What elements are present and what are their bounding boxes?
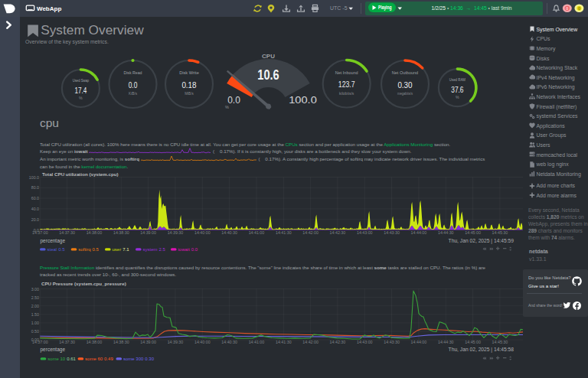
svg-text:14:37:30: 14:37:30 xyxy=(59,340,75,344)
svg-text:14:45:30: 14:45:30 xyxy=(492,230,508,235)
svg-text:14:45:00: 14:45:00 xyxy=(465,230,481,235)
svg-text:KiB/s: KiB/s xyxy=(129,91,137,96)
svg-text:14:38:00: 14:38:00 xyxy=(87,340,103,344)
svg-text:14:44:00: 14:44:00 xyxy=(411,340,427,344)
svg-text:14:41:30: 14:41:30 xyxy=(276,340,292,344)
svg-text:14:38:00: 14:38:00 xyxy=(87,230,103,235)
svg-text:14:38:30: 14:38:30 xyxy=(113,340,129,344)
svg-text:softirq0.5: softirq0.5 xyxy=(80,247,99,252)
svg-text:14:45:00: 14:45:00 xyxy=(465,340,481,344)
svg-text:14:44:30: 14:44:30 xyxy=(438,230,454,235)
svg-text:14:43:30: 14:43:30 xyxy=(384,230,400,235)
svg-text:0.0: 0.0 xyxy=(129,80,138,90)
svg-text:14:42:00: 14:42:00 xyxy=(302,340,318,344)
svg-text:steal: steal xyxy=(47,247,57,252)
svg-text:1.50: 1.50 xyxy=(31,312,39,317)
svg-text:14:43:30: 14:43:30 xyxy=(384,340,400,344)
svg-text:1.00: 1.00 xyxy=(31,321,39,325)
svg-text:14:39:30: 14:39:30 xyxy=(168,340,184,344)
svg-text:14:39:00: 14:39:00 xyxy=(140,340,156,344)
svg-text:14:37:30: 14:37:30 xyxy=(59,230,75,235)
svg-text:0.30: 0.30 xyxy=(397,80,412,90)
svg-text:14:40:00: 14:40:00 xyxy=(194,230,211,235)
svg-text:100.0: 100.0 xyxy=(29,175,39,180)
svg-text:percentage: percentage xyxy=(41,238,66,244)
svg-text:MiB/s: MiB/s xyxy=(185,91,194,96)
svg-text:2.50: 2.50 xyxy=(31,295,39,300)
svg-text:2.00: 2.00 xyxy=(31,304,39,308)
svg-text:14:42:00: 14:42:00 xyxy=(302,230,318,235)
svg-text:14:41:00: 14:41:00 xyxy=(249,340,265,344)
svg-text:Used Swap: Used Swap xyxy=(73,78,89,83)
svg-text:10.6: 10.6 xyxy=(257,67,279,83)
svg-text:some 10: some 10 xyxy=(47,357,66,361)
svg-text:100.0: 100.0 xyxy=(289,94,317,106)
svg-text:CPU: CPU xyxy=(262,53,275,60)
svg-text:14:40:00: 14:40:00 xyxy=(194,340,211,344)
svg-text:softirq: softirq xyxy=(78,247,90,252)
svg-text:14:40:30: 14:40:30 xyxy=(221,230,237,235)
svg-text:Net Outbound: Net Outbound xyxy=(392,70,418,75)
svg-text:Net Inbound: Net Inbound xyxy=(335,70,358,75)
svg-text:CPU Pressure (system.cpu_press: CPU Pressure (system.cpu_pressure) xyxy=(41,281,126,286)
svg-text:Disk Write: Disk Write xyxy=(179,70,199,75)
svg-text:%: % xyxy=(79,96,83,100)
svg-text:%: % xyxy=(456,95,459,99)
svg-text:iowait: iowait xyxy=(178,247,191,252)
svg-text:40.0: 40.0 xyxy=(31,207,39,211)
svg-text:80.0: 80.0 xyxy=(31,185,39,190)
svg-text:14:43:00: 14:43:00 xyxy=(357,340,373,344)
svg-text:some 300: some 300 xyxy=(123,357,144,361)
svg-text:0.0: 0.0 xyxy=(227,94,240,106)
svg-text:megabits/s: megabits/s xyxy=(397,91,413,96)
svg-text:14:37:00: 14:37:00 xyxy=(32,340,48,344)
svg-text:14:38:30: 14:38:30 xyxy=(113,230,129,235)
svg-text:some 3000.30: some 3000.30 xyxy=(125,357,155,361)
svg-text:123.7: 123.7 xyxy=(338,80,355,89)
svg-text:Thu, Jan 02, 2025 | 14:45:58: Thu, Jan 02, 2025 | 14:45:58 xyxy=(449,347,514,353)
svg-text:user: user xyxy=(113,247,122,252)
svg-text:14:40:30: 14:40:30 xyxy=(221,340,237,344)
svg-text:some 60: some 60 xyxy=(85,357,103,361)
svg-text:14:39:00: 14:39:00 xyxy=(140,230,156,235)
svg-text:0.50: 0.50 xyxy=(31,329,39,334)
svg-text:14:45:30: 14:45:30 xyxy=(492,340,508,344)
svg-text:iowait0.0: iowait0.0 xyxy=(180,247,198,252)
svg-text:user7.1: user7.1 xyxy=(114,247,130,252)
svg-text:14:41:30: 14:41:30 xyxy=(276,230,292,235)
svg-text:14:42:30: 14:42:30 xyxy=(330,230,346,235)
svg-text:14:37:00: 14:37:00 xyxy=(32,230,48,235)
svg-text:kilobits/s: kilobits/s xyxy=(339,91,354,96)
svg-text:some 100.61: some 100.61 xyxy=(49,357,76,361)
svg-text:system: system xyxy=(143,247,158,252)
svg-text:0.00: 0.00 xyxy=(31,337,39,342)
svg-text:14:41:00: 14:41:00 xyxy=(249,230,265,235)
svg-text:0.18: 0.18 xyxy=(181,80,196,90)
svg-text:0.0: 0.0 xyxy=(34,228,39,233)
svg-text:60.0: 60.0 xyxy=(31,196,39,200)
svg-text:Thu, Jan 02, 2025 | 14:45:59: Thu, Jan 02, 2025 | 14:45:59 xyxy=(449,238,514,244)
svg-text:3.00: 3.00 xyxy=(31,287,39,292)
svg-text:%: % xyxy=(225,105,229,109)
svg-text:14:44:30: 14:44:30 xyxy=(438,340,454,344)
svg-text:37.6: 37.6 xyxy=(451,85,463,94)
svg-text:14:42:30: 14:42:30 xyxy=(330,340,346,344)
svg-text:Used RAM: Used RAM xyxy=(449,77,466,82)
svg-text:20.0: 20.0 xyxy=(31,217,39,222)
svg-text:14:39:30: 14:39:30 xyxy=(168,230,184,235)
svg-text:Disk Read: Disk Read xyxy=(123,70,142,75)
svg-text:percentage: percentage xyxy=(41,347,66,353)
svg-text:system2.5: system2.5 xyxy=(145,247,166,252)
svg-text:14:44:00: 14:44:00 xyxy=(411,230,427,235)
svg-text:14:43:00: 14:43:00 xyxy=(357,230,373,235)
svg-text:steal0.5: steal0.5 xyxy=(49,247,66,252)
svg-text:17.4: 17.4 xyxy=(74,86,87,95)
svg-text:some 600.49: some 600.49 xyxy=(87,357,113,361)
svg-text:Total CPU utilization (system.: Total CPU utilization (system.cpu) xyxy=(42,171,119,177)
